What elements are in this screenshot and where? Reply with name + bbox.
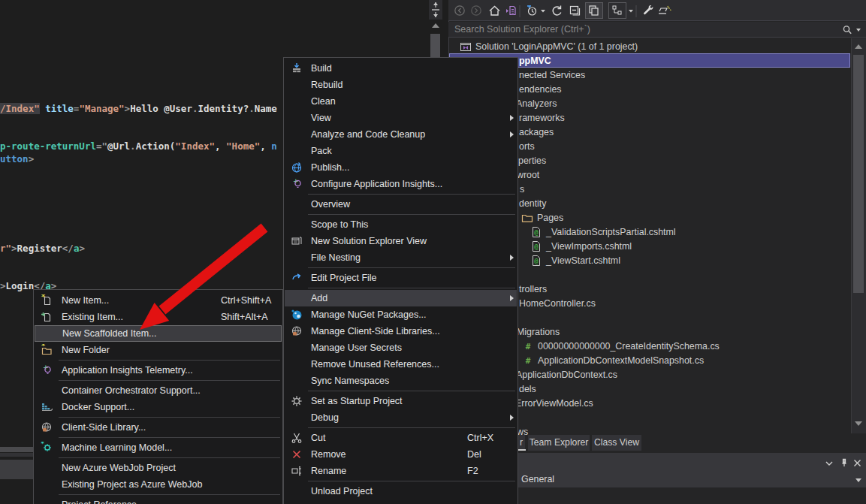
- vs-window: /Index" title="Manage">Hello @User.Ident…: [0, 0, 866, 504]
- red-arrow-annotation: [0, 0, 866, 504]
